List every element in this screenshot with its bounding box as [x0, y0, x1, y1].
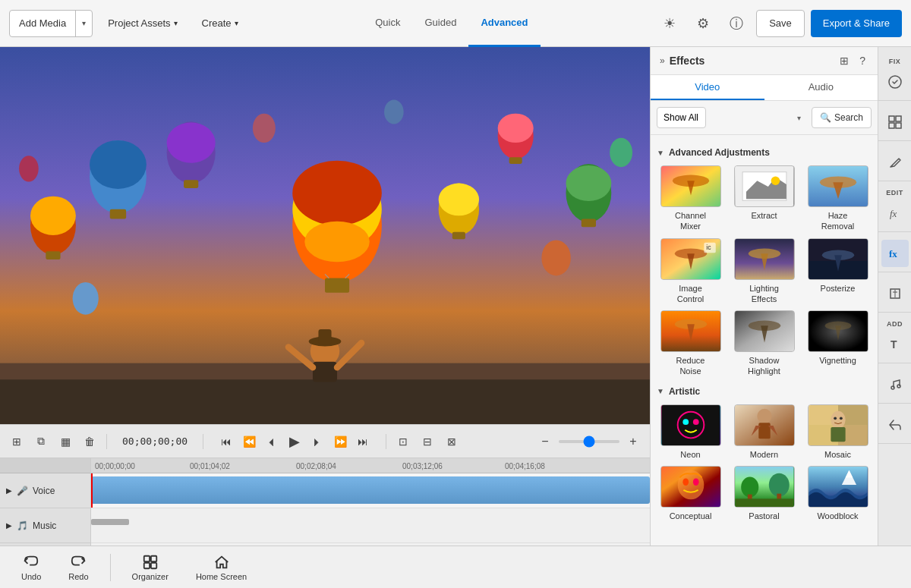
music-track-label: ▶ 🎵 Music	[0, 508, 90, 543]
image-control-thumb: ic	[660, 238, 721, 280]
svg-rect-18	[110, 209, 126, 219]
back-icon-btn[interactable]	[881, 411, 909, 439]
add-track-button[interactable]: ⊞	[6, 431, 27, 452]
modern-thumb	[734, 404, 795, 446]
brightness-icon[interactable]: ☀	[656, 10, 683, 37]
fx-section: fx	[878, 235, 911, 272]
edit-icon-btn[interactable]: fx	[881, 200, 909, 227]
timeline-ruler: 00;00;00;00 00;01;04;02 00;02;08;04 00;0…	[91, 458, 650, 473]
settings-icon[interactable]: ⚙	[689, 10, 717, 37]
svg-point-103	[897, 385, 900, 388]
bottom-separator	[110, 554, 111, 581]
zoom-slider[interactable]	[559, 440, 619, 443]
effect-posterize[interactable]: Posterize	[804, 238, 872, 305]
add-media-button[interactable]: Add Media ▾	[9, 10, 93, 37]
grid-button[interactable]: ▦	[55, 431, 76, 452]
main-clip[interactable]	[91, 476, 650, 504]
effects-grid-icon[interactable]: ⊞	[837, 53, 852, 68]
rewind[interactable]: ⏪	[238, 431, 260, 452]
channel-mixer-label: ChannelMixer	[675, 210, 706, 232]
effect-mosaic[interactable]: Mosaic	[804, 404, 872, 460]
svg-point-20	[30, 197, 76, 235]
organizer-button[interactable]: Organizer	[126, 551, 175, 584]
svg-point-70	[692, 419, 698, 425]
effects-content[interactable]: ▼ Advanced Adjustments	[651, 135, 878, 546]
advanced-adjustments-header[interactable]: ▼ Advanced Adjustments	[657, 147, 872, 158]
effect-channel-mixer[interactable]: ChannelMixer	[657, 165, 724, 232]
effect-haze-removal[interactable]: HazeRemoval	[804, 165, 872, 232]
artistic-header[interactable]: ▼ Artistic	[657, 386, 872, 397]
step-forward[interactable]: ⏵	[307, 431, 328, 452]
split-view[interactable]: ⊟	[417, 431, 438, 452]
music-track[interactable]	[91, 508, 650, 543]
svg-rect-97	[889, 123, 894, 128]
skip-to-end[interactable]: ⏭	[352, 431, 374, 452]
tab-advanced[interactable]: Advanced	[468, 0, 540, 47]
voice-expand[interactable]: ▶	[6, 486, 12, 495]
woodblock-thumb	[808, 466, 868, 508]
effect-woodblock[interactable]: Woodblock	[804, 466, 872, 521]
tab-quick[interactable]: Quick	[363, 0, 412, 47]
filter-icon-btn[interactable]	[881, 108, 909, 136]
track-content: 00;00;00;00 00;01;04;02 00;02;08;04 00;0…	[91, 458, 650, 546]
delete-button[interactable]: 🗑	[79, 431, 100, 452]
text-icon-btn[interactable]: T	[881, 331, 909, 358]
svg-text:00;02;08;04: 00;02;08;04	[296, 462, 336, 470]
playhead[interactable]	[91, 473, 93, 508]
undo-button[interactable]: Undo	[15, 551, 47, 584]
draw-icon-btn[interactable]	[881, 149, 909, 176]
save-button[interactable]: Save	[756, 10, 805, 37]
show-all-select[interactable]: Show All	[657, 107, 706, 128]
svg-point-86	[692, 478, 698, 486]
play-button[interactable]: ▶	[284, 431, 305, 452]
music-expand[interactable]: ▶	[6, 521, 12, 530]
voice-track[interactable]	[91, 473, 650, 508]
svg-point-6	[304, 222, 370, 262]
svg-text:fx: fx	[890, 208, 897, 219]
effect-pastoral[interactable]: Pastoral	[730, 466, 798, 521]
add-media-dropdown-arrow[interactable]: ▾	[76, 11, 92, 36]
svg-rect-96	[896, 116, 901, 121]
fit-screen[interactable]: ⊡	[392, 431, 414, 452]
music-icon-btn[interactable]	[881, 371, 909, 398]
fix-icon-btn[interactable]	[881, 68, 909, 96]
info-icon[interactable]: ⓘ	[723, 10, 750, 37]
tab-guided[interactable]: Guided	[412, 0, 468, 47]
skip-to-start[interactable]: ⏮	[216, 431, 237, 452]
svg-point-36	[541, 240, 570, 275]
transform-icon-btn[interactable]	[881, 280, 909, 307]
image-control-label: ImageControl	[677, 283, 704, 305]
effect-image-control[interactable]: ic ImageControl	[657, 238, 724, 305]
effect-reduce-noise[interactable]: ReduceNoise	[657, 310, 724, 377]
effects-help-icon[interactable]: ?	[856, 53, 868, 68]
mode-tabs: Quick Guided Advanced	[363, 0, 540, 47]
effect-conceptual[interactable]: Conceptual	[657, 466, 724, 521]
create-button[interactable]: Create ▾	[193, 10, 247, 37]
effect-neon[interactable]: Neon	[657, 404, 724, 460]
copy-button[interactable]: ⧉	[30, 431, 52, 452]
overlay[interactable]: ⊠	[441, 431, 462, 452]
effect-extract[interactable]: Extract	[730, 165, 798, 232]
fast-forward[interactable]: ⏩	[329, 431, 351, 452]
project-assets-button[interactable]: Project Assets ▾	[99, 10, 186, 37]
svg-rect-15	[318, 329, 331, 344]
home-screen-button[interactable]: Home Screen	[190, 551, 253, 584]
search-button[interactable]: 🔍 Search	[812, 107, 872, 128]
tab-video[interactable]: Video	[651, 75, 764, 100]
fix-label: FIX	[889, 58, 901, 65]
tab-audio[interactable]: Audio	[764, 75, 878, 100]
step-back[interactable]: ⏴	[261, 431, 282, 452]
redo-button[interactable]: Redo	[62, 551, 94, 584]
effect-shadow-highlight[interactable]: ShadowHighlight	[730, 310, 798, 377]
fx-icon-btn[interactable]: fx	[881, 240, 909, 267]
effects-panel: » Effects ⊞ ? Video Audio Show All ▾ 🔍 S…	[650, 47, 878, 546]
zoom-out[interactable]: −	[534, 431, 556, 452]
music-icon: 🎵	[17, 520, 28, 531]
effect-lighting-effects[interactable]: LightingEffects	[730, 238, 798, 305]
add-media-label: Add Media	[10, 11, 76, 36]
export-share-button[interactable]: Export & Share	[811, 10, 902, 37]
effects-chevron[interactable]: »	[660, 55, 665, 66]
zoom-in[interactable]: +	[623, 431, 644, 452]
effect-vignetting[interactable]: Vignetting	[804, 310, 872, 377]
effect-modern[interactable]: Modern	[730, 404, 798, 460]
